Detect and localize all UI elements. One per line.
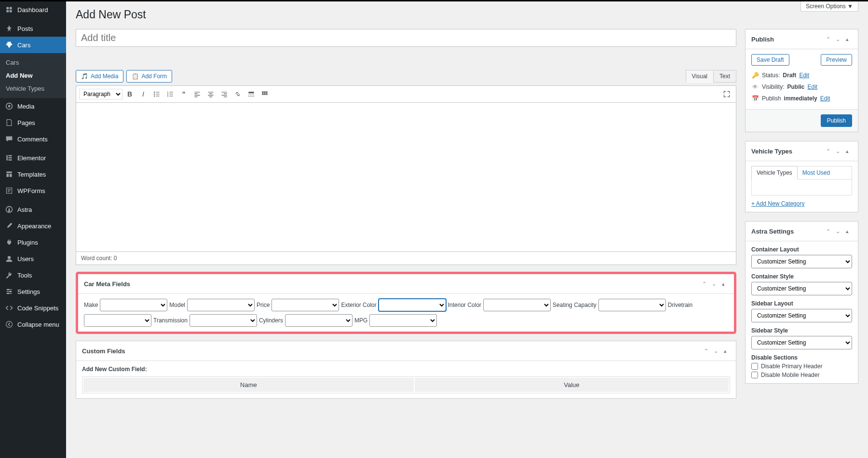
chevron-up-icon[interactable]: ⌃ <box>823 226 833 236</box>
add-media-button[interactable]: 🎵Add Media <box>76 70 123 83</box>
chevron-down-icon[interactable]: ⌄ <box>833 146 842 156</box>
tab-all-vehicle-types[interactable]: Vehicle Types <box>751 166 798 180</box>
bold-button[interactable]: B <box>123 88 136 100</box>
number-list-button[interactable]: 123 <box>164 88 176 100</box>
align-left-button[interactable] <box>191 88 203 100</box>
comment-icon <box>5 135 14 143</box>
sidebar-item-posts[interactable]: Posts <box>0 20 66 37</box>
chevron-updown-icon[interactable]: ▴ <box>842 146 852 156</box>
sidebar-item-media[interactable]: Media <box>0 98 66 114</box>
align-right-button[interactable] <box>218 88 231 100</box>
sidebar-item-settings[interactable]: Settings <box>0 283 66 300</box>
sidebar-item-comments[interactable]: Comments <box>0 131 66 147</box>
bullet-list-button[interactable] <box>150 88 163 100</box>
sidebar-item-dashboard[interactable]: Dashboard <box>0 1 66 18</box>
astra-settings-title: Astra Settings <box>751 228 823 235</box>
quote-button[interactable]: " <box>177 88 190 100</box>
sidebar-style-select[interactable]: Customizer Setting <box>751 336 852 349</box>
sidebar-item-users[interactable]: Users <box>0 250 66 267</box>
cylinders-select[interactable] <box>285 314 353 327</box>
model-label: Model <box>169 302 185 308</box>
more-button[interactable] <box>245 88 258 100</box>
car-meta-title: Car Meta Fields <box>84 280 699 288</box>
preview-button[interactable]: Preview <box>821 54 852 66</box>
italic-button[interactable]: I <box>137 88 149 100</box>
svg-rect-3 <box>8 155 12 156</box>
submenu-add-new[interactable]: Add New <box>0 69 66 82</box>
chevron-down-icon[interactable]: ⌄ <box>709 279 719 289</box>
chevron-updown-icon[interactable]: ▴ <box>842 34 852 44</box>
astra-icon <box>5 205 14 214</box>
svg-rect-22 <box>248 92 254 93</box>
edit-visibility-link[interactable]: Edit <box>807 83 817 90</box>
page-title: Add New Post <box>76 8 858 21</box>
tab-text[interactable]: Text <box>713 70 736 83</box>
make-select[interactable] <box>100 299 167 311</box>
align-center-button[interactable] <box>204 88 217 100</box>
sidebar-item-wpforms[interactable]: WPForms <box>0 182 66 199</box>
chevron-updown-icon[interactable]: ▴ <box>842 226 852 236</box>
model-select[interactable] <box>187 299 255 311</box>
publish-title: Publish <box>751 36 823 43</box>
chevron-up-icon[interactable]: ⌃ <box>823 34 833 44</box>
interior-color-select[interactable] <box>483 299 551 311</box>
edit-publish-link[interactable]: Edit <box>820 95 830 102</box>
chevron-updown-icon[interactable]: ▴ <box>719 279 728 289</box>
sidebar-layout-label: Sidebar Layout <box>751 300 852 307</box>
svg-point-0 <box>8 105 11 108</box>
svg-point-12 <box>7 289 9 290</box>
format-select[interactable]: Paragraph <box>79 89 122 99</box>
seating-select[interactable] <box>598 299 666 311</box>
sidebar-item-code-snippets[interactable]: Code Snippets <box>0 300 66 316</box>
sidebar-item-astra[interactable]: Astra <box>0 201 66 218</box>
svg-rect-6 <box>6 171 12 173</box>
content-editor[interactable] <box>76 102 736 252</box>
chevron-up-icon[interactable]: ⌃ <box>699 279 709 289</box>
sidebar-submenu-cars: Cars Add New Vehicle Types <box>0 53 66 98</box>
container-layout-label: Container Layout <box>751 246 852 253</box>
mpg-label: MPG <box>354 317 367 324</box>
sidebar-item-cars[interactable]: Cars <box>0 37 66 53</box>
sidebar-item-appearance[interactable]: Appearance <box>0 218 66 234</box>
tab-most-used[interactable]: Most Used <box>798 167 835 179</box>
sidebar-item-pages[interactable]: Pages <box>0 114 66 131</box>
chevron-down-icon[interactable]: ⌄ <box>711 346 720 356</box>
edit-status-link[interactable]: Edit <box>799 72 809 79</box>
sidebar-item-plugins[interactable]: Plugins <box>0 234 66 250</box>
sidebar-item-templates[interactable]: Templates <box>0 166 66 182</box>
disable-primary-header-checkbox[interactable] <box>751 363 758 370</box>
add-form-button[interactable]: 📋Add Form <box>126 70 172 83</box>
chevron-down-icon[interactable]: ⌄ <box>833 34 842 44</box>
submenu-cars[interactable]: Cars <box>0 56 66 69</box>
custom-fields-title: Custom Fields <box>82 347 701 355</box>
sidebar-item-collapse[interactable]: Collapse menu <box>0 316 66 333</box>
save-draft-button[interactable]: Save Draft <box>751 54 789 66</box>
publish-button[interactable]: Publish <box>821 114 852 127</box>
fullscreen-button[interactable] <box>720 88 733 100</box>
plug-icon <box>5 238 14 247</box>
sidebar-layout-select[interactable]: Customizer Setting <box>751 309 852 322</box>
mpg-select[interactable] <box>369 314 437 327</box>
transmission-select[interactable] <box>190 314 257 327</box>
svg-point-18 <box>154 96 155 97</box>
drivetrain-select[interactable] <box>84 314 151 327</box>
cf-name-header: Name <box>83 378 414 392</box>
add-new-category-link[interactable]: + Add New Category <box>751 200 804 207</box>
submenu-vehicle-types[interactable]: Vehicle Types <box>0 82 66 95</box>
chevron-up-icon[interactable]: ⌃ <box>823 146 833 156</box>
post-title-input[interactable] <box>76 29 736 47</box>
sidebar-item-elementor[interactable]: Elementor <box>0 150 66 166</box>
price-select[interactable] <box>271 299 339 311</box>
chevron-up-icon[interactable]: ⌃ <box>701 346 711 356</box>
container-style-select[interactable]: Customizer Setting <box>751 282 852 295</box>
sidebar-item-tools[interactable]: Tools <box>0 267 66 283</box>
tab-visual[interactable]: Visual <box>686 70 714 83</box>
screen-options-button[interactable]: Screen Options ▼ <box>800 1 858 12</box>
disable-mobile-header-checkbox[interactable] <box>751 372 758 378</box>
container-layout-select[interactable]: Customizer Setting <box>751 255 852 268</box>
link-button[interactable] <box>231 88 244 100</box>
chevron-updown-icon[interactable]: ▴ <box>720 346 730 356</box>
chevron-down-icon[interactable]: ⌄ <box>833 226 842 236</box>
exterior-color-select[interactable] <box>379 299 446 311</box>
toolbar-toggle-button[interactable] <box>258 88 271 100</box>
